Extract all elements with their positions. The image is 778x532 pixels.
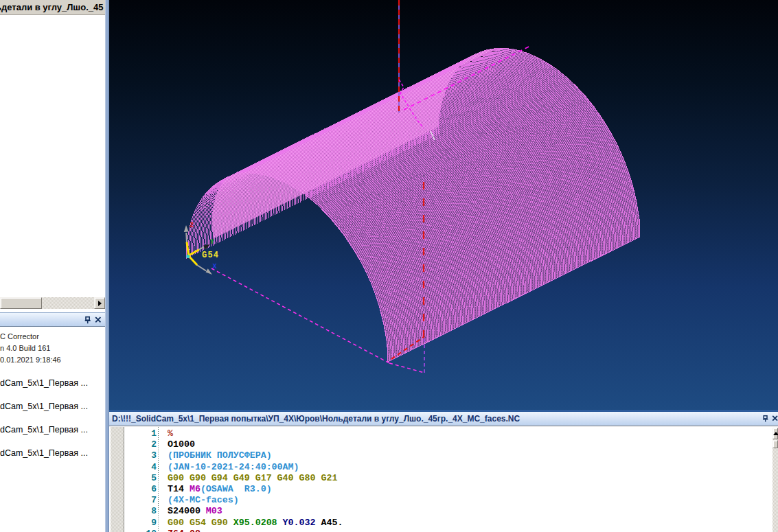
- svg-text:X: X: [213, 263, 217, 270]
- svg-text:G54: G54: [202, 251, 219, 260]
- svg-text:Z: Z: [190, 222, 194, 229]
- svg-text:Y: Y: [210, 238, 214, 246]
